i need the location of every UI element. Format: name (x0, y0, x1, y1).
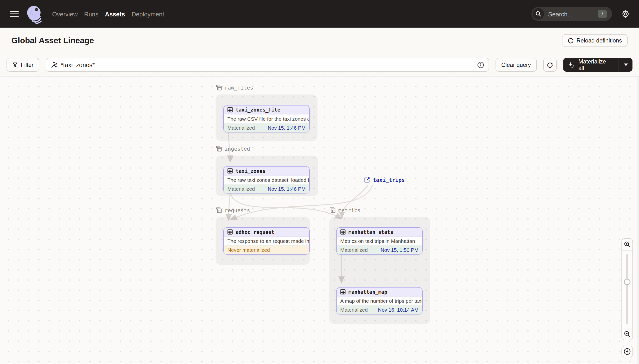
asset-name: manhattan_map (348, 289, 387, 295)
app-window: Overview Runs Assets Deployment Search..… (0, 0, 639, 364)
refresh-graph-button[interactable] (543, 58, 557, 72)
asset-status-row: Materialized Nov 15, 1:46 PM (224, 184, 309, 193)
asset-node-manhattan-map[interactable]: manhattan_map A map of the number of tri… (336, 287, 423, 314)
canvas-scrollbar[interactable] (637, 76, 639, 364)
download-view-button[interactable] (621, 346, 633, 357)
clear-query-label: Clear query (501, 62, 531, 68)
asset-description: Metrics on taxi trips in Manhattan (337, 236, 422, 246)
asset-selection-input-wrap (46, 58, 489, 72)
table-icon (340, 289, 346, 294)
asset-description: The response to an request made in th... (224, 236, 309, 246)
slash-shortcut-badge: / (598, 10, 607, 18)
asset-description: The raw CSV file for the taxi zones dat.… (224, 114, 309, 123)
zoom-out-button[interactable] (622, 328, 632, 340)
materialization-timestamp: Nov 15, 1:46 PM (268, 186, 306, 192)
nav-item-runs[interactable]: Runs (84, 8, 98, 20)
materialize-all-button[interactable]: Materialize all (563, 58, 619, 72)
clear-query-button[interactable]: Clear query (495, 58, 536, 72)
asset-node-manhattan-stats[interactable]: manhattan_stats Metrics on taxi trips in… (336, 228, 423, 255)
group-label-requests[interactable]: requests (216, 207, 250, 214)
table-icon (340, 229, 346, 234)
asset-name: taxi_zones (235, 168, 265, 174)
asset-status-row: Never materialized (224, 246, 309, 254)
menu-icon[interactable] (10, 10, 19, 17)
group-label-raw-files[interactable]: raw_files (216, 84, 253, 91)
status-badge: Materialized (340, 307, 368, 313)
reload-definitions-label: Reload definitions (576, 37, 622, 44)
asset-status-row: Materialized Nov 16, 10:14 AM (337, 306, 422, 314)
materialization-timestamp: Nov 15, 1:46 PM (268, 125, 306, 130)
materialize-all-label: Materialize all (578, 58, 613, 71)
nav-item-assets[interactable]: Assets (105, 8, 125, 20)
materialize-options-button[interactable] (619, 58, 632, 72)
dagster-logo-icon[interactable] (25, 4, 43, 24)
reload-definitions-button[interactable]: Reload definitions (562, 34, 628, 46)
table-icon (228, 107, 233, 112)
group-label-text: requests (225, 207, 250, 213)
asset-name: manhattan_stats (348, 229, 393, 235)
group-label-ingested[interactable]: ingested (216, 145, 250, 152)
status-badge: Materialized (228, 186, 255, 192)
stacked-tables-icon (329, 207, 336, 214)
nav-menu: Overview Runs Assets Deployment (52, 8, 164, 20)
top-nav: Overview Runs Assets Deployment Search..… (0, 0, 639, 28)
page-title: Global Asset Lineage (11, 36, 94, 45)
zoom-in-button[interactable] (622, 239, 632, 250)
stacked-tables-icon (216, 84, 222, 91)
zoom-slider-track[interactable] (626, 254, 628, 324)
funnel-icon (12, 62, 18, 68)
lineage-toolbar: Filter Clear query (0, 53, 639, 76)
external-link-icon (364, 177, 370, 183)
refresh-icon (547, 62, 553, 68)
stacked-tables-icon (216, 145, 222, 152)
search-placeholder: Search... (548, 10, 572, 18)
asset-status-row: Materialized Nov 15, 1:50 PM (337, 246, 422, 254)
page-header: Global Asset Lineage Reload definitions (0, 28, 639, 53)
table-icon (228, 229, 233, 234)
group-label-text: metrics (338, 207, 361, 213)
zoom-in-icon (624, 241, 630, 248)
status-badge: Materialized (228, 125, 255, 130)
asset-node-taxi-zones-file[interactable]: taxi_zones_file The raw CSV file for the… (223, 105, 310, 132)
group-label-metrics[interactable]: metrics (329, 207, 361, 214)
info-icon[interactable] (477, 61, 484, 68)
asset-description: A map of the number of trips per taxi z.… (337, 297, 422, 306)
sparkle-icon (568, 61, 575, 68)
asset-name: adhoc_request (235, 229, 274, 235)
gear-icon[interactable] (621, 10, 630, 18)
status-badge: Materialized (340, 247, 368, 253)
materialization-timestamp: Nov 15, 1:50 PM (381, 247, 418, 253)
asset-graph-icon (51, 61, 58, 68)
filter-button[interactable]: Filter (7, 58, 39, 72)
filter-button-label: Filter (21, 62, 34, 68)
group-label-text: raw_files (225, 84, 253, 90)
external-asset-name: taxi_trips (373, 177, 405, 183)
materialize-all-split-button: Materialize all (563, 58, 632, 72)
nav-item-overview[interactable]: Overview (52, 8, 78, 20)
asset-description: The raw taxi zones dataset, loaded int..… (224, 176, 309, 184)
asset-selection-input[interactable] (61, 61, 477, 68)
status-badge: Never materialized (228, 247, 270, 253)
materialization-timestamp: Nov 16, 10:14 AM (378, 307, 418, 313)
zoom-controls (621, 238, 633, 340)
asset-status-row: Materialized Nov 15, 1:46 PM (224, 123, 309, 132)
caret-down-icon (624, 64, 628, 66)
asset-name: taxi_zones_file (235, 107, 280, 113)
download-circle-icon (623, 348, 631, 355)
search-icon (533, 8, 544, 20)
zoom-out-icon (624, 331, 630, 337)
external-asset-taxi-trips[interactable]: taxi_trips (364, 177, 405, 183)
stacked-tables-icon (216, 207, 222, 214)
search-input[interactable]: Search... / (531, 7, 612, 21)
group-label-text: ingested (225, 146, 250, 152)
refresh-icon (567, 37, 573, 43)
table-icon (228, 168, 233, 174)
asset-node-adhoc-request[interactable]: adhoc_request The response to an request… (223, 228, 310, 255)
nav-item-deployment[interactable]: Deployment (132, 8, 164, 20)
lineage-edges (0, 76, 639, 364)
zoom-slider-handle[interactable] (624, 278, 630, 285)
lineage-canvas[interactable]: raw_files ingested requests metrics taxi… (0, 76, 639, 364)
asset-node-taxi-zones[interactable]: taxi_zones The raw taxi zones dataset, l… (223, 166, 310, 194)
zoom-slider[interactable] (622, 250, 632, 328)
